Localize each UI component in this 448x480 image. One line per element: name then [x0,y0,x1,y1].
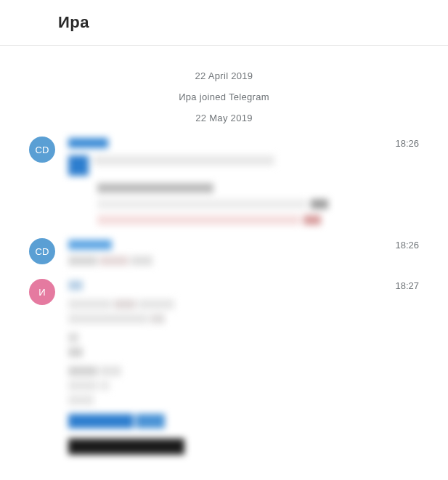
message-time: 18:27 [395,280,419,291]
chat-title[interactable]: Ира [58,13,448,32]
chat-content: 22 April 2019 Ира joined Telegram 22 May… [0,46,448,455]
message-body [68,238,419,266]
message-body [68,137,419,225]
avatar[interactable]: И [29,279,55,305]
service-date: 22 April 2019 [29,70,419,81]
message-row[interactable]: И 18:27 [29,279,419,455]
message-row[interactable]: CD 18:26 [29,238,419,266]
service-joined-message: Ира joined Telegram [29,91,419,102]
message-time: 18:26 [395,240,419,251]
message-body [68,279,419,455]
service-date: 22 May 2019 [29,113,419,123]
avatar[interactable]: CD [29,137,55,163]
avatar[interactable]: CD [29,238,55,264]
message-row[interactable]: CD 18:26 [29,137,419,225]
chat-header: Ира [0,0,448,46]
message-time: 18:26 [395,138,419,149]
